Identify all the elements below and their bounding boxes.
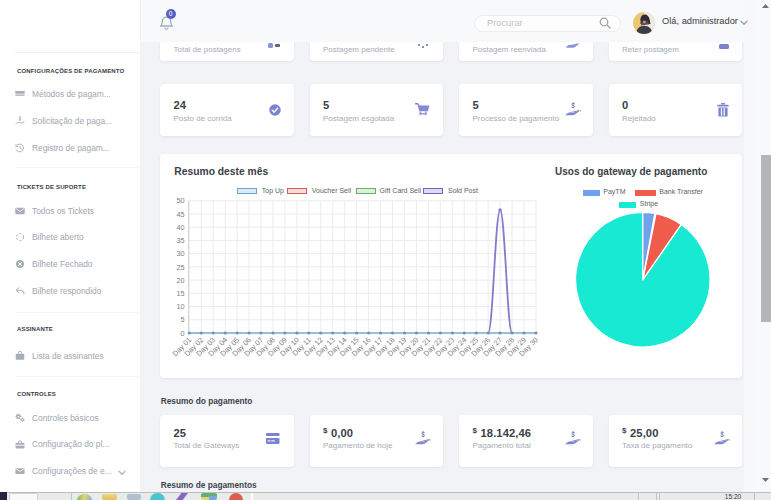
svg-text:25: 25	[176, 263, 184, 272]
svg-text:20: 20	[176, 276, 184, 285]
svg-text:15: 15	[176, 289, 184, 298]
svg-text:30: 30	[176, 249, 184, 258]
svg-text:45: 45	[176, 210, 184, 219]
svg-text:0: 0	[180, 329, 184, 338]
svg-text:5: 5	[180, 315, 184, 324]
svg-text:40: 40	[176, 223, 184, 232]
svg-text:50: 50	[176, 196, 184, 205]
svg-text:10: 10	[176, 302, 184, 311]
svg-text:35: 35	[176, 236, 184, 245]
